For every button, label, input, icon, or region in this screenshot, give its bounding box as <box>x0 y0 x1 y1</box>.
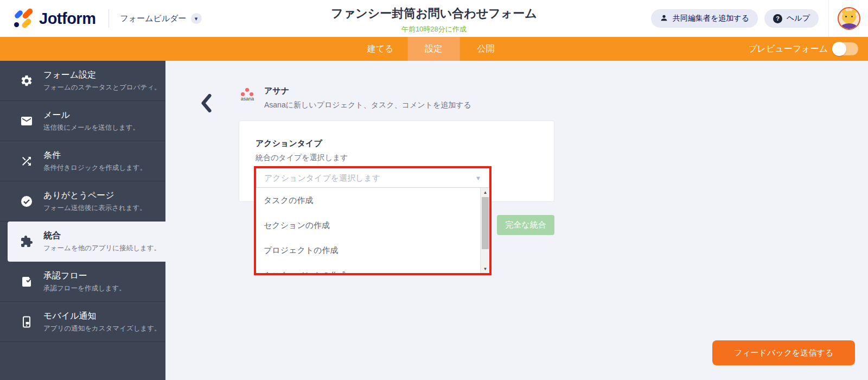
action-type-title: アクションタイプ <box>256 138 554 149</box>
integration-name: アサナ <box>264 86 471 96</box>
form-title-block: ファンシー封筒お問い合わせフォーム 午前10時28分に作成 <box>244 5 624 34</box>
send-feedback-button[interactable]: フィードバックを送信する <box>712 340 855 365</box>
integration-description: Asanaに新しいプロジェクト、タスク、コメントを追加する <box>264 100 471 110</box>
sidebar-item-desc: 承認フローを作成します。 <box>43 284 126 293</box>
annotation-highlight-box: アクションタイプを選択します ▼ タスクの作成 セクションの作成 プロジェクトの… <box>254 166 492 275</box>
scroll-down-icon[interactable]: ▼ <box>481 264 489 273</box>
sidebar-item-label: 統合 <box>43 230 161 242</box>
sidebar-item-label: 承認フロー <box>43 270 126 282</box>
gear-icon <box>20 74 34 88</box>
integration-header: asana アサナ Asanaに新しいプロジェクト、タスク、コメントを追加する <box>238 86 471 110</box>
settings-sidebar: フォーム設定 フォームのステータスとプロパティ。 メール 送信後にメールを送信し… <box>0 61 165 380</box>
puzzle-icon <box>20 235 34 249</box>
scrollbar-thumb[interactable] <box>482 197 489 249</box>
sidebar-item-desc: フォーム送信後に表示されます。 <box>43 204 146 213</box>
select-placeholder: アクションタイプを選択します <box>264 173 380 183</box>
main-content: asana アサナ Asanaに新しいプロジェクト、タスク、コメントを追加する … <box>165 61 868 380</box>
tab-build[interactable]: 建てる <box>353 37 408 61</box>
brand-name: Jotform <box>39 10 95 28</box>
add-collaborator-label: 共同編集者を追加する <box>673 14 749 23</box>
action-type-dropdown-list: タスクの作成 セクションの作成 プロジェクトの作成 タスクコメントの作成 ▲ ▼ <box>256 188 489 273</box>
preview-form-toggle[interactable] <box>833 42 858 55</box>
sidebar-item-desc: 条件付きロジックを作成します。 <box>43 163 146 173</box>
nav-tabs: 建てる 設定 公開 <box>353 37 512 61</box>
option-create-section[interactable]: セクションの作成 <box>256 213 489 238</box>
product-switcher[interactable]: フォームビルダー ▾ <box>120 13 201 24</box>
sidebar-item-desc: フォームのステータスとプロパティ。 <box>43 83 161 92</box>
sidebar-item-conditions[interactable]: 条件 条件付きロジックを作成します。 <box>0 141 165 181</box>
sidebar-item-approval-flows[interactable]: 承認フロー 承認フローを作成します。 <box>0 262 165 302</box>
sidebar-item-thank-you[interactable]: ありがとうページ フォーム送信後に表示されます。 <box>0 181 165 221</box>
caret-down-icon: ▼ <box>475 175 481 181</box>
product-switcher-label: フォームビルダー <box>120 14 186 24</box>
tab-publish[interactable]: 公開 <box>459 37 512 61</box>
option-create-project[interactable]: プロジェクトの作成 <box>256 238 489 263</box>
header-actions: 共同編集者を追加する ? ヘルプ <box>651 0 868 37</box>
avatar[interactable] <box>838 7 860 30</box>
preview-form-label: プレビューフォーム <box>748 43 828 55</box>
action-type-desc: 統合のタイプを選択します <box>256 153 554 163</box>
sidebar-item-desc: アプリの通知をカスタマイズします。 <box>43 324 161 333</box>
form-title[interactable]: ファンシー封筒お問い合わせフォーム <box>244 5 624 22</box>
action-type-select[interactable]: アクションタイプを選択します ▼ <box>256 168 489 188</box>
complete-integration-button[interactable]: 完全な統合 <box>497 215 554 235</box>
sidebar-item-label: メール <box>43 110 139 121</box>
help-button[interactable]: ? ヘルプ <box>764 9 819 28</box>
mail-icon <box>20 114 34 128</box>
preview-form-control: プレビューフォーム <box>748 37 858 61</box>
dropdown-scrollbar[interactable]: ▲ ▼ <box>480 188 489 273</box>
sidebar-item-mobile-notifications[interactable]: モバイル通知 アプリの通知をカスタマイズします。 <box>0 302 165 342</box>
sidebar-item-form-settings[interactable]: フォーム設定 フォームのステータスとプロパティ。 <box>0 61 165 101</box>
sidebar-item-integrations[interactable]: 統合 フォームを他のアプリに接続します。 <box>8 221 165 262</box>
avatar-divider <box>828 0 829 37</box>
sidebar-item-desc: フォームを他のアプリに接続します。 <box>43 244 161 253</box>
asana-logo: asana <box>238 88 257 110</box>
help-icon: ? <box>773 14 782 23</box>
mobile-icon <box>20 315 34 329</box>
asana-icon <box>241 88 254 96</box>
tab-settings[interactable]: 設定 <box>407 37 459 61</box>
help-label: ヘルプ <box>787 14 810 23</box>
header-divider <box>108 9 109 28</box>
scroll-up-icon[interactable]: ▲ <box>481 188 489 197</box>
sidebar-item-label: フォーム設定 <box>43 69 161 81</box>
shuffle-icon <box>20 154 34 168</box>
option-create-task[interactable]: タスクの作成 <box>256 188 489 213</box>
person-icon <box>660 14 668 24</box>
back-button[interactable] <box>197 92 216 114</box>
check-circle-icon <box>20 194 34 208</box>
sidebar-item-desc: 送信後にメールを送信します。 <box>43 123 139 132</box>
option-create-task-comment[interactable]: タスクコメントの作成 <box>256 263 489 273</box>
add-collaborator-button[interactable]: 共同編集者を追加する <box>651 9 758 28</box>
builder-navbar: 建てる 設定 公開 プレビューフォーム <box>0 37 868 61</box>
form-created-time: 午前10時28分に作成 <box>244 24 624 34</box>
app-header: Jotform フォームビルダー ▾ ファンシー封筒お問い合わせフォーム 午前1… <box>0 0 868 37</box>
sidebar-item-label: 条件 <box>43 150 146 161</box>
jotform-logo[interactable]: Jotform <box>14 7 95 30</box>
jotform-logo-icon <box>14 7 35 30</box>
chevron-down-icon: ▾ <box>191 13 202 24</box>
sidebar-item-label: モバイル通知 <box>43 311 161 322</box>
approval-icon <box>20 275 34 289</box>
asana-logo-text: asana <box>238 96 257 102</box>
sidebar-item-label: ありがとうページ <box>43 190 146 201</box>
sidebar-item-emails[interactable]: メール 送信後にメールを送信します。 <box>0 101 165 141</box>
